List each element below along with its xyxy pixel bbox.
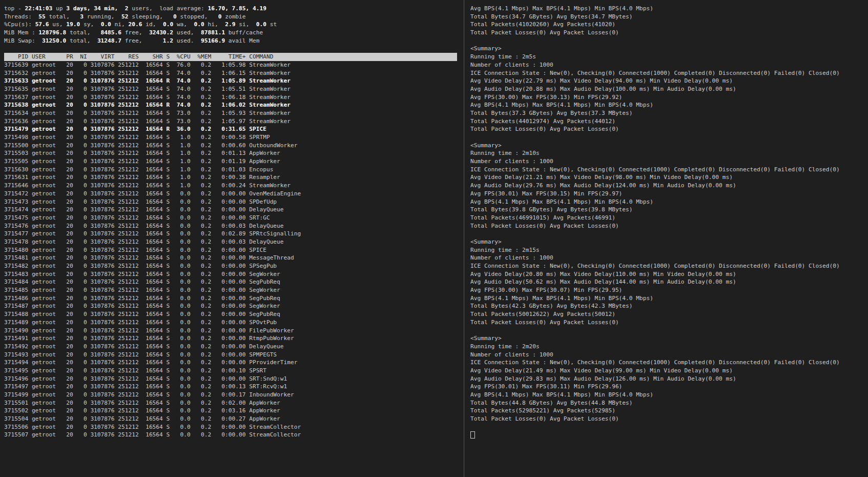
summary-label: %Cpu(s):: [4, 21, 35, 28]
log-line: Avg Audio Delay(29.76 ms) Max Audio Dela…: [470, 182, 866, 190]
log-line: Running time : 2m10s: [470, 149, 866, 157]
process-row: 3715634 getroot 20 0 3107876 251212 1656…: [4, 109, 457, 117]
log-line: <Summary>: [470, 334, 866, 343]
log-line: Avg BPS(4.1 Mbps) Max BPS(4.1 Mbps) Min …: [470, 5, 866, 13]
log-line: [470, 423, 866, 431]
process-row: 3715478 getroot 20 0 3107876 251212 1656…: [4, 238, 457, 246]
top-summary-line: MiB Mem : 128796.8 total, 8485.6 free, 3…: [4, 29, 457, 37]
process-row: 3715476 getroot 20 0 3107876 251212 1656…: [4, 222, 457, 230]
log-line: Avg FPS(30.01) Max FPS(30.15) Min FPS(29…: [470, 190, 866, 198]
log-line: ICE Connection State : New(0), Checking(…: [470, 166, 866, 174]
summary-value: 22:41:03: [25, 5, 52, 12]
log-line: Total Packet Losses(0) Avg Packet Losses…: [470, 415, 866, 423]
process-row: 3715492 getroot 20 0 3107876 251212 1656…: [4, 343, 457, 351]
log-line: Avg FPS(30.00) Max FPS(30.13) Min FPS(29…: [470, 93, 866, 102]
summary-value: 95166.9: [201, 37, 225, 44]
summary-label: zombie: [221, 13, 245, 20]
summary-label: buff/cache: [225, 29, 263, 36]
log-line: Avg BPS(4.1 Mbps) Max BPS(4.1 Mbps) Min …: [470, 391, 866, 399]
summary-value: 1.2: [163, 37, 173, 44]
summary-label: total,: [66, 29, 100, 36]
process-row: 3715639 getroot 20 0 3107876 251212 1656…: [4, 61, 457, 69]
summary-label: Threads:: [4, 13, 38, 20]
log-line: [470, 37, 866, 45]
summary-label: free,: [121, 37, 163, 44]
top-output-pane[interactable]: top - 22:41:03 up 3 days, 34 min, 2 user…: [4, 5, 457, 439]
process-row: 3715630 getroot 20 0 3107876 251212 1656…: [4, 166, 457, 174]
summary-label: id,: [142, 21, 163, 28]
process-row: 3715493 getroot 20 0 3107876 251212 1656…: [4, 351, 457, 359]
process-row: 3715504 getroot 20 0 3107876 251212 1656…: [4, 415, 457, 423]
process-table: 3715639 getroot 20 0 3107876 251212 1656…: [4, 61, 457, 439]
summary-label: ni,: [111, 21, 129, 28]
summary-label: si,: [235, 21, 256, 28]
log-line: Total Bytes(34.7 GBytes) Avg Bytes(34.7 …: [470, 13, 866, 21]
process-row: 3715505 getroot 20 0 3107876 251212 1656…: [4, 157, 457, 166]
process-row: 3715472 getroot 20 0 3107876 251212 1656…: [4, 190, 457, 198]
top-summary: top - 22:41:03 up 3 days, 34 min, 2 user…: [4, 5, 457, 45]
summary-value: 0.0: [101, 21, 111, 28]
log-line: ICE Connection State : New(0), Checking(…: [470, 262, 866, 270]
log-line: <Summary>: [470, 45, 866, 53]
summary-label: total,: [46, 13, 80, 20]
log-lines: Avg BPS(4.1 Mbps) Max BPS(4.1 Mbps) Min …: [470, 5, 866, 431]
process-row: 3715483 getroot 20 0 3107876 251212 1656…: [4, 270, 457, 279]
process-row: 3715503 getroot 20 0 3107876 251212 1656…: [4, 149, 457, 157]
summary-value: 87881.1: [201, 29, 225, 36]
process-row: 3715489 getroot 20 0 3107876 251212 1656…: [4, 319, 457, 327]
process-row: 3715495 getroot 20 0 3107876 251212 1656…: [4, 367, 457, 375]
process-row: 3715507 getroot 20 0 3107876 251212 1656…: [4, 431, 457, 439]
summary-label: [118, 5, 125, 12]
process-row: 3715496 getroot 20 0 3107876 251212 1656…: [4, 375, 457, 383]
summary-value: 3 days, 34 min,: [66, 5, 118, 12]
summary-value: 0.0: [256, 21, 266, 28]
log-line: Total Packets(52985221) Avg Packets(5298…: [470, 407, 866, 415]
log-line: Number of clients : 1000: [470, 61, 866, 69]
summary-label: users, load average:: [129, 5, 208, 12]
log-line: Avg FPS(30.01) Max FPS(30.11) Min FPS(29…: [470, 383, 866, 391]
process-row: 3715631 getroot 20 0 3107876 251212 1656…: [4, 173, 457, 182]
process-row: 3715633 getroot 20 0 3107876 251212 1656…: [4, 77, 457, 85]
summary-label: st: [266, 21, 277, 28]
terminal-screen: top - 22:41:03 up 3 days, 34 min, 2 user…: [0, 0, 868, 477]
log-line: Total Packets(46991015) Avg Packets(4699…: [470, 214, 866, 222]
log-line: Running time : 2m15s: [470, 246, 866, 254]
summary-value: 55: [38, 13, 45, 20]
log-line: Total Packet Losses(0) Avg Packet Losses…: [470, 29, 866, 37]
summary-label: top -: [4, 5, 25, 12]
process-row: 3715501 getroot 20 0 3107876 251212 1656…: [4, 399, 457, 407]
log-line: Running time : 2m20s: [470, 343, 866, 351]
log-line: [470, 327, 866, 335]
pane-divider[interactable]: [464, 0, 464, 477]
log-line: Avg Video Delay(22.79 ms) Max Video Dela…: [470, 77, 866, 85]
load-test-log-pane[interactable]: Avg BPS(4.1 Mbps) Max BPS(4.1 Mbps) Min …: [470, 5, 866, 439]
process-row: 3715482 getroot 20 0 3107876 251212 1656…: [4, 262, 457, 270]
log-line: Avg BPS(4.1 Mbps) Max BPS(4.1 Mbps) Min …: [470, 101, 866, 109]
top-summary-line: Threads: 55 total, 3 running, 52 sleepin…: [4, 13, 457, 21]
process-row: 3715637 getroot 20 0 3107876 251212 1656…: [4, 93, 457, 102]
log-line: Avg BPS(4.1 Mbps) Max BPS(4.1 Mbps) Min …: [470, 198, 866, 206]
process-row: 3715479 getroot 20 0 3107876 251212 1656…: [4, 125, 457, 133]
process-row: 3715484 getroot 20 0 3107876 251212 1656…: [4, 278, 457, 286]
process-row: 3715646 getroot 20 0 3107876 251212 1656…: [4, 182, 457, 190]
log-line: Avg Audio Delay(20.88 ms) Max Audio Dela…: [470, 85, 866, 93]
log-line: Avg Audio Delay(50.62 ms) Max Audio Dela…: [470, 278, 866, 286]
summary-value: 31250.0: [42, 37, 66, 44]
summary-label: MiB Mem :: [4, 29, 38, 36]
process-row: 3715636 getroot 20 0 3107876 251212 1656…: [4, 117, 457, 126]
summary-value: 19.0: [66, 21, 80, 28]
process-row: 3715486 getroot 20 0 3107876 251212 1656…: [4, 294, 457, 303]
summary-value: 0.0: [163, 21, 173, 28]
log-line: Avg Video Delay(21.21 ms) Max Video Dela…: [470, 173, 866, 182]
process-row: 3715475 getroot 20 0 3107876 251212 1656…: [4, 214, 457, 222]
process-row: 3715473 getroot 20 0 3107876 251212 1656…: [4, 198, 457, 206]
process-row: 3715490 getroot 20 0 3107876 251212 1656…: [4, 327, 457, 335]
process-row: 3715485 getroot 20 0 3107876 251212 1656…: [4, 286, 457, 294]
summary-value: 16.70, 7.85, 4.19: [208, 5, 266, 12]
summary-value: 52: [121, 13, 128, 20]
process-row: 3715500 getroot 20 0 3107876 251212 1656…: [4, 142, 457, 150]
summary-label: us,: [49, 21, 67, 28]
summary-label: stopped,: [177, 13, 218, 20]
log-line: Avg BPS(4.1 Mbps) Max BPS(4.1 Mbps) Min …: [470, 294, 866, 303]
log-line: Total Bytes(39.8 GBytes) Avg Bytes(39.8 …: [470, 206, 866, 214]
